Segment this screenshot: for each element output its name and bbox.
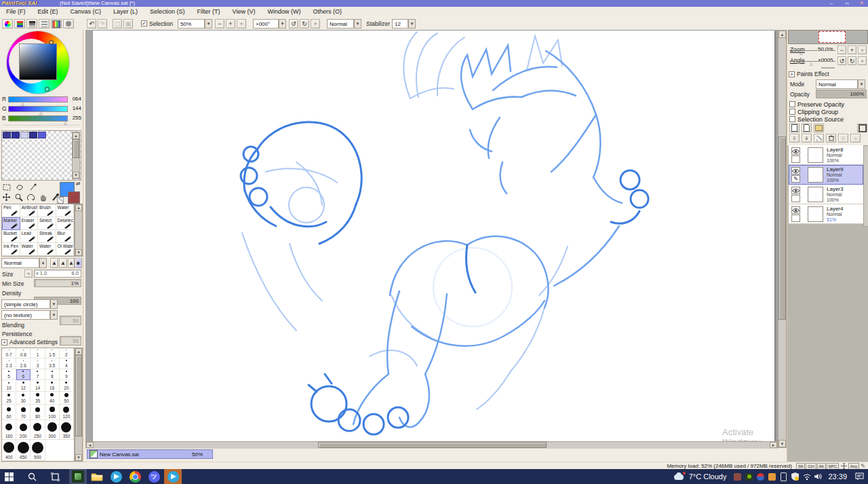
- layer-row-layer8[interactable]: Layer8Normal100%: [789, 145, 863, 165]
- advanced-settings-toggle[interactable]: + Advanced Settings: [1, 339, 58, 346]
- checkbox-box[interactable]: [789, 101, 795, 107]
- navigator-viewport[interactable]: [818, 31, 846, 43]
- zoom-select[interactable]: 50%: [178, 19, 205, 29]
- paint-mode-dropdown-button[interactable]: ▼: [354, 19, 361, 29]
- brush-size-14[interactable]: 14: [31, 380, 45, 392]
- navigator-angle-slider-marker[interactable]: △: [810, 61, 813, 66]
- rgb-slider-toggle[interactable]: [14, 19, 25, 29]
- color-swatch-4[interactable]: [38, 132, 46, 138]
- navigator-angle-slider[interactable]: [789, 61, 835, 62]
- tray-nvidia-icon[interactable]: [745, 472, 753, 481]
- navigator-zoom-slider-marker[interactable]: △: [800, 50, 803, 55]
- rotate-cw-button[interactable]: ↻: [300, 19, 309, 29]
- size-scroll-thumb[interactable]: [75, 355, 82, 436]
- layer-visibility-toggle[interactable]: [791, 147, 800, 155]
- layer-thumbnail[interactable]: [808, 167, 823, 183]
- brush-size-60[interactable]: 60: [2, 405, 16, 420]
- task-view-button[interactable]: [46, 469, 64, 484]
- tool-scroll-down-icon[interactable]: ▼: [75, 249, 82, 256]
- checkbox-box[interactable]: [789, 109, 795, 115]
- tool-brush[interactable]: Brush: [38, 204, 56, 217]
- brush-size-2[interactable]: 2: [60, 348, 74, 358]
- tool-bucket[interactable]: Bucket: [2, 230, 20, 243]
- zoom-out-button[interactable]: −: [215, 19, 224, 29]
- brush-size-3.5[interactable]: 3.5: [45, 358, 60, 369]
- saturation-value-square[interactable]: [19, 43, 57, 80]
- brush-size-250[interactable]: 250: [31, 420, 45, 440]
- brush-size-5[interactable]: 5: [2, 369, 16, 380]
- layer-checkbox[interactable]: [791, 215, 800, 222]
- title-bar[interactable]: PaintTool SAI (Not Saved)New Canvas.sai …: [0, 0, 868, 7]
- selection-checkbox[interactable]: ✓: [141, 20, 147, 26]
- nav-rotate-cw-button[interactable]: ↻: [848, 56, 856, 65]
- magic-wand-tool-icon[interactable]: [28, 183, 37, 191]
- menu-item-others[interactable]: Others (O): [307, 7, 348, 18]
- brush-size-120[interactable]: 120: [60, 405, 74, 420]
- swatch-scroll-down-icon[interactable]: ▼: [73, 172, 79, 179]
- menu-item-canvas[interactable]: Canvas (C): [64, 7, 108, 18]
- size-field[interactable]: x 1.0 6.0: [34, 269, 81, 278]
- brush-size-7[interactable]: 7: [31, 369, 45, 380]
- brush-size-500[interactable]: 500: [31, 440, 45, 461]
- red-slider[interactable]: [8, 96, 68, 103]
- action-center-icon[interactable]: [855, 472, 864, 481]
- swatches-toggle[interactable]: [51, 19, 62, 29]
- navigator-thumbnail[interactable]: [788, 30, 868, 44]
- vscroll-up-icon[interactable]: ▲: [778, 31, 786, 38]
- tray-security-icon[interactable]: [791, 472, 800, 481]
- checkbox-box[interactable]: [789, 116, 795, 122]
- tool-water[interactable]: Water: [20, 243, 39, 256]
- weather-text[interactable]: 7°C Cloudy: [689, 472, 727, 481]
- maximize-button[interactable]: ▭: [845, 0, 849, 7]
- brush-texture-strength-bar[interactable]: 95: [60, 336, 81, 346]
- brush-texture-select[interactable]: (no texture): [1, 310, 50, 320]
- delete-layer-button[interactable]: [826, 134, 836, 143]
- brush-shape-strength-bar[interactable]: 50: [60, 316, 81, 325]
- tool-deselect[interactable]: Deselect: [56, 217, 75, 230]
- expand-plus-icon[interactable]: +: [1, 339, 7, 346]
- swatches-scrollbar[interactable]: ▲ ▼: [72, 132, 80, 179]
- size-unit-button[interactable]: ▫: [24, 269, 33, 278]
- transparent-color-swatch[interactable]: [57, 197, 64, 204]
- nav-zoom-reset-button[interactable]: ▫: [858, 45, 867, 54]
- new-vector-layer-button[interactable]: [802, 124, 812, 132]
- paints-effect-toggle[interactable]: + Paints Effect: [789, 71, 829, 77]
- brush-blend-mode-dropdown[interactable]: ▼: [39, 258, 47, 268]
- brush-size-20[interactable]: 20: [60, 380, 74, 392]
- checkbox-preserve-opacity[interactable]: Preserve Opacity: [789, 100, 844, 108]
- taskbar-telegram-alert-icon[interactable]: [164, 469, 182, 484]
- taskbar-telegram-icon[interactable]: [107, 469, 125, 484]
- tool-ink-pen[interactable]: Ink Pen: [2, 243, 20, 256]
- tool-blur[interactable]: Blur: [56, 230, 75, 243]
- swatches-scroll-thumb[interactable]: [73, 139, 79, 158]
- rotate-canvas-tool-icon[interactable]: [26, 193, 35, 202]
- paint-mode-select[interactable]: Normal: [327, 19, 354, 29]
- brush-texture-dropdown[interactable]: ▼: [50, 310, 58, 320]
- layer-opacity-bar[interactable]: 100%: [816, 90, 867, 98]
- brush-size-350[interactable]: 350: [60, 420, 74, 440]
- brush-size-16[interactable]: 16: [45, 380, 60, 392]
- menu-item-window[interactable]: Window (W): [261, 7, 307, 18]
- lasso-tool-icon[interactable]: [16, 183, 24, 191]
- menu-item-edit[interactable]: Edit (E): [32, 7, 64, 18]
- close-button[interactable]: ✕: [859, 0, 864, 7]
- angle-dropdown-button[interactable]: ▼: [279, 19, 286, 29]
- volume-icon[interactable]: [814, 472, 823, 481]
- rotate-ccw-button[interactable]: ↺: [289, 19, 298, 29]
- hand-tool-icon[interactable]: [39, 193, 47, 202]
- layer-thumbnail[interactable]: [808, 206, 823, 222]
- brush-size-2.6[interactable]: 2.6: [16, 358, 31, 369]
- sv-marker[interactable]: [49, 40, 54, 45]
- zoom-in-button[interactable]: +: [226, 19, 235, 29]
- zoom-reset-button[interactable]: ▫: [237, 19, 246, 29]
- redo-button[interactable]: ↷: [98, 19, 107, 29]
- layers-scrollbar[interactable]: [863, 145, 868, 227]
- tray-app2-icon[interactable]: [756, 472, 765, 481]
- swatch-scroll-up-icon[interactable]: ▲: [73, 132, 79, 139]
- brush-size-35[interactable]: 35: [31, 392, 45, 405]
- layer-paint-indicator[interactable]: ✎: [791, 175, 800, 183]
- brush-size-400[interactable]: 400: [2, 440, 16, 461]
- scratchpad-toggle[interactable]: [63, 19, 74, 29]
- size-grid-scrollbar[interactable]: ▲ ▼: [75, 348, 83, 462]
- nav-zoom-in-button[interactable]: +: [848, 45, 856, 54]
